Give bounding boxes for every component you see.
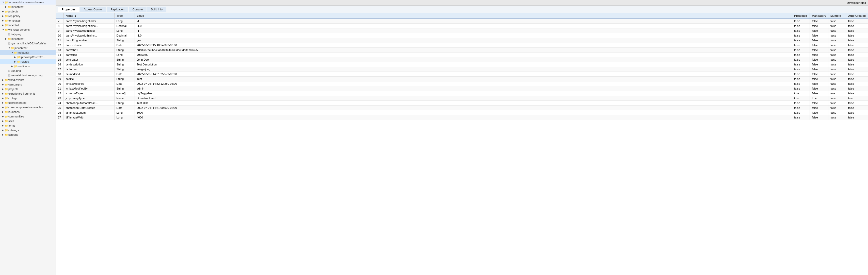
cell-mandatory: false	[810, 62, 828, 67]
table-row[interactable]: 25photoshop:DateCreatedDate2022-07-04T14…	[56, 106, 868, 110]
sidebar-item-campaigns[interactable]: ▶📁campaigns	[0, 82, 56, 87]
table-row[interactable]: 26tiff:ImageLengthLong6000falsefalsefals…	[56, 110, 868, 115]
sidebar-item-lpto4xmpCore-Cre[interactable]: ▶📁lpto4xmpCore:Cre...	[0, 55, 56, 59]
sidebar-item-metadata[interactable]: ▼📁metadata	[0, 50, 56, 55]
sidebar-item-label: we-retail	[8, 24, 19, 27]
cell-name: jcr:lastModifiedBy	[63, 86, 114, 91]
sidebar-item-forms[interactable]: ▶📁forms	[0, 123, 56, 128]
tab-build-info[interactable]: Build Info	[147, 7, 166, 12]
sidebar-item-label: catalogs	[8, 129, 19, 132]
developer-blog-link[interactable]: Developer Blog	[847, 1, 866, 4]
table-row[interactable]: 15dc:creatorStringJohn Doefalsefalsefals…	[56, 57, 868, 62]
cell-num: 27	[56, 115, 63, 120]
cell-multiple: false	[828, 115, 846, 120]
main-panel: Developer Blog PropertiesAccess ControlR…	[56, 0, 868, 275]
sidebar-item-projects[interactable]: ▶📁projects	[0, 9, 56, 14]
expand-icon: ▶	[2, 79, 5, 81]
sidebar-item-italy-png[interactable]: 🖼italy.png	[0, 32, 56, 37]
expand-icon: ▶	[14, 60, 17, 63]
sidebar-item-jcr-content-3[interactable]: ▼📁jcr:content	[0, 46, 56, 50]
sidebar-item-catalogs[interactable]: ▶📁catalogs	[0, 128, 56, 132]
sidebar-item-we-retail-screens[interactable]: ▼📁we-retail-screens	[0, 27, 56, 32]
sidebar-item-label: jcr:content	[11, 37, 24, 40]
table-row[interactable]: 16dc:descriptionStringTest Descriptionfa…	[56, 62, 868, 67]
folder-icon: 📁	[5, 101, 8, 104]
cell-mandatory: false	[810, 19, 828, 24]
tab-replication[interactable]: Replication	[107, 7, 128, 12]
cell-protected: false	[792, 62, 810, 67]
table-row[interactable]: 24photoshop:AuthorsPosit...StringTest JO…	[56, 101, 868, 106]
cell-num: 19	[56, 77, 63, 81]
sidebar-item-ryan-ancill[interactable]: 🖼ryan-ancill-aJYO8JmVodY-ur	[0, 41, 56, 46]
table-row[interactable]: 19dc:titleStringTestfalsefalsefalsefalse	[56, 77, 868, 81]
table-row[interactable]: 9dam:PhysicalwidthindpiLong-1falsefalsef…	[56, 28, 868, 33]
tab-access-control[interactable]: Access Control	[80, 7, 106, 12]
cell-multiple: false	[828, 101, 846, 106]
table-row[interactable]: 18dc:modifiedDate2022-07-05T14:31:25.579…	[56, 72, 868, 77]
folder-icon: 📁	[5, 15, 8, 18]
table-row[interactable]: 21jcr:lastModifiedByStringadminfalsefals…	[56, 86, 868, 91]
tab-console[interactable]: Console	[129, 7, 147, 12]
sidebar-item-sites[interactable]: ▶📁sites	[0, 119, 56, 123]
table-row[interactable]: 13dam:sha1Stringb8d8387bc06b45a1d8882f41…	[56, 48, 868, 53]
cell-num: 22	[56, 91, 63, 96]
cell-type: String	[114, 57, 134, 62]
sidebar-item-related[interactable]: ▶📁related	[0, 59, 56, 64]
cell-value: 4000	[134, 115, 792, 120]
col-header-auto-created[interactable]: Auto Created	[846, 13, 868, 19]
table-row[interactable]: 10dam:Physicalwidthininc...Decimal-1.0fa…	[56, 33, 868, 38]
col-header-protected[interactable]: Protected	[792, 13, 810, 19]
cell-type: Decimal	[114, 24, 134, 28]
sidebar-item-wknd-events[interactable]: ▶📁wknd-events	[0, 78, 56, 82]
cell-name: dam:Physicalheightindpi	[63, 19, 114, 24]
sidebar-item-core-components-examples[interactable]: ▶📁core-components-examples	[0, 105, 56, 110]
sidebar-item-jcr-content[interactable]: ▶📁jcr:content	[0, 5, 56, 9]
col-header-value[interactable]: Value	[134, 13, 792, 19]
sidebar-item-label: launches	[8, 110, 20, 113]
table-row[interactable]: 20jcr:lastModifiedDate2022-07-05T14:32:1…	[56, 81, 868, 86]
sidebar-item-rep-policy[interactable]: ▶📁rep:policy	[0, 14, 56, 18]
table-row[interactable]: 11dam:ProgressiveStringyesfalsefalsefals…	[56, 38, 868, 43]
table-row[interactable]: 27tiff:ImageWidthLong4000falsefalsefalse…	[56, 115, 868, 120]
cell-type: String	[114, 101, 134, 106]
sidebar-item-usergenerated[interactable]: ▶📁usergenerated	[0, 100, 56, 105]
sidebar-item-formsanddocuments-themes[interactable]: ▼📁formsanddocuments-themes	[0, 0, 56, 5]
cell-protected: false	[792, 67, 810, 72]
sidebar-item-launches[interactable]: ▶📁launches	[0, 110, 56, 114]
table-row[interactable]: 12dam:extractedDate2022-07-05T15:48:54.3…	[56, 43, 868, 48]
sidebar-item-renditions[interactable]: ▶📁renditions	[0, 64, 56, 68]
col-header-multiple[interactable]: Multiple	[828, 13, 846, 19]
table-row[interactable]: 7dam:PhysicalheightindpiLong-1falsefalse…	[56, 19, 868, 24]
sidebar-item-communities[interactable]: ▶📁communities	[0, 114, 56, 119]
sidebar-item-jcr-content-2[interactable]: ▶📁jcr:content	[0, 37, 56, 41]
table-row[interactable]: 14dam:sizeLong7965086falsefalsefalsefals…	[56, 53, 868, 57]
folder-icon: 📁	[5, 24, 8, 27]
tab-properties[interactable]: Properties	[58, 7, 79, 12]
sidebar-item-we-retail-instore-logo[interactable]: 🖼we-retail-instore-logo.png	[0, 73, 56, 78]
sidebar-item-label: usergenerated	[8, 101, 26, 104]
cell-type: String	[114, 62, 134, 67]
sidebar-item-usa-png[interactable]: 🖼usa.png	[0, 68, 56, 73]
cell-protected: true	[792, 91, 810, 96]
sidebar-item-we-retail[interactable]: ▶📁we-retail	[0, 23, 56, 27]
col-header-num[interactable]	[56, 13, 63, 19]
table-row[interactable]: 22jcr:mixinTypesName[]cq:Taggabletruefal…	[56, 91, 868, 96]
table-row[interactable]: 23jcr:primaryTypeNament:unstructuredtrue…	[56, 96, 868, 101]
cell-mandatory: false	[810, 110, 828, 115]
table-body: 7dam:PhysicalheightindpiLong-1falsefalse…	[56, 19, 868, 120]
col-header-mandatory[interactable]: Mandatory	[810, 13, 828, 19]
table-row[interactable]: 17dc:formatStringimage/jpegfalsefalsefal…	[56, 67, 868, 72]
sidebar-item-cq-tags[interactable]: ▶📁cq:tags	[0, 96, 56, 100]
sidebar-item-projects-2[interactable]: ▶📁projects	[0, 87, 56, 91]
sidebar-item-templates[interactable]: ▶📁templates	[0, 18, 56, 23]
cell-type: Decimal	[114, 33, 134, 38]
cell-protected: false	[792, 81, 810, 86]
cell-type: Date	[114, 81, 134, 86]
cell-protected: false	[792, 38, 810, 43]
table-row[interactable]: 8dam:Physicalheightininc...Decimal-1.0fa…	[56, 24, 868, 28]
sidebar-item-experience-fragments[interactable]: ▶📁experience-fragments	[0, 91, 56, 96]
sidebar-item-screens[interactable]: ▶📁screens	[0, 132, 56, 137]
col-header-name[interactable]: Name ▲	[63, 13, 114, 19]
cell-name: dc:format	[63, 67, 114, 72]
col-header-type[interactable]: Type	[114, 13, 134, 19]
